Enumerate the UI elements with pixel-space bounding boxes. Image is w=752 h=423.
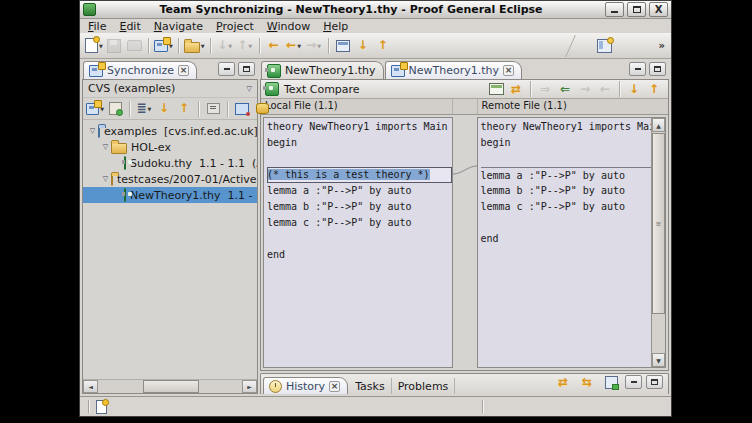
scrollbar-track[interactable] [98,380,242,393]
collapse-all-button[interactable] [203,99,223,119]
close-tab-icon[interactable]: × [503,65,514,76]
editor-area: NewTheory1.thyNewTheory1.thy× Text Compa… [260,61,669,394]
tree-item-newtheory1-thy[interactable]: NewTheory1.thy 1.1 - 1.1 (A [83,187,257,203]
horizontal-scrollbar[interactable]: ◄ ► [83,379,257,393]
code-line[interactable]: end [267,247,452,263]
code-line[interactable]: theory NewTheory1 imports Main [481,119,652,135]
scrollbar-track[interactable]: ≡ [652,132,665,353]
close-button[interactable]: X [649,2,668,17]
code-line[interactable]: begin [481,135,652,151]
next-change-button[interactable]: ↓ [154,99,174,119]
last-edit-location-button[interactable]: ← [264,36,284,56]
minimize-view-button[interactable] [629,62,646,76]
show-ancestor-pane-button[interactable] [486,79,506,99]
code-line[interactable]: theory NewTheory1 imports Main [267,119,452,135]
code-line[interactable]: lemma b :"P-->P" by auto [481,183,652,199]
code-line[interactable]: lemma b :"P-->P" by auto [267,199,452,215]
menu-file[interactable]: File [88,20,106,33]
remote-code-editor[interactable]: theory NewTheory1 imports Mainbegin lemm… [478,118,652,367]
code-line[interactable]: lemma c :"P-->P" by auto [267,215,452,231]
forward-dropdown-icon: ▼ [317,43,321,49]
refresh-button[interactable]: ⇄ [553,372,573,392]
scrollbar-thumb[interactable] [143,380,200,393]
link-with-editor-button[interactable] [601,372,621,392]
editor-tab-newtheory1-thy-1[interactable]: NewTheory1.thy [261,61,384,79]
open-folder-button[interactable]: ▼ [183,36,206,56]
menu-window[interactable]: Window [267,20,310,33]
menu-edit[interactable]: Edit [119,20,140,33]
expander-icon[interactable]: ▽ [87,127,98,135]
tab-synchronize[interactable]: Synchronize × [83,61,197,79]
previous-change-button[interactable]: ↑ [373,36,393,56]
tree-item-sudoku-thy[interactable]: Sudoku.thy 1.1 - 1.1 (ASCII - [83,155,257,171]
close-tab-icon[interactable]: × [329,381,340,392]
previous-difference-button[interactable]: ↑ [644,79,664,99]
pin-synchronization-button[interactable] [105,99,125,119]
menubar: FileEditNavigateProjectWindowHelp [80,19,671,33]
local-code-editor[interactable]: theory NewTheory1 imports Mainbegin (* t… [264,118,452,367]
vertical-scrollbar[interactable]: ▲ ≡ ▼ [651,118,665,367]
tree-item-suffix: [cvs.inf.ed.ac.uk] [157,125,257,138]
maximize-button[interactable] [627,2,646,17]
code-line[interactable] [267,231,452,247]
open-perspective-button[interactable] [595,36,615,56]
code-line[interactable]: begin [267,135,452,151]
scrollbar-thumb[interactable]: ≡ [652,133,665,314]
minimize-view-button[interactable] [218,62,235,76]
expander-icon[interactable]: ▽ [100,143,111,151]
update-all-button[interactable] [232,99,252,119]
code-line[interactable]: lemma a :"P-->P" by auto [481,167,652,183]
sync-scope-row[interactable]: CVS (examples) ▽ [83,80,257,98]
code-line[interactable] [481,215,652,231]
window-button[interactable] [333,36,353,56]
compare-mode-button[interactable]: ⇆ [577,372,597,392]
scroll-up-icon[interactable]: ▲ [652,118,665,132]
code-line[interactable]: lemma a :"P-->P" by auto [267,183,452,199]
previous-change-button[interactable]: ↑ [174,99,194,119]
update-all-icon [235,103,249,115]
copy-current-change-button[interactable]: ⇐ [555,79,575,99]
maximize-view-button[interactable] [646,375,663,389]
editor-tab-newtheory1-thy-2[interactable]: NewTheory1.thy× [385,61,523,79]
editor-view-buttons [629,62,669,79]
tree-item-examples[interactable]: ▽examples [cvs.inf.ed.ac.uk] [83,123,257,139]
next-difference-button[interactable]: ↓ [624,79,644,99]
synchronize-button[interactable]: ▼ [153,36,174,56]
code-line[interactable]: lemma c :"P-->P" by auto [481,199,652,215]
scroll-down-icon[interactable]: ▼ [652,353,665,367]
next-annotation-icon: ↓ [217,39,227,52]
scroll-right-icon[interactable]: ► [242,380,257,393]
tree-item-testcases-2007-01-activeeditorv[interactable]: ▽testcases/2007-01/ActiveEditorV [83,171,257,187]
code-line[interactable] [267,151,452,167]
tree-item-hol-ex[interactable]: ▽HOL-ex [83,139,257,155]
minimize-button[interactable] [605,2,624,17]
back-button[interactable]: ←▼ [284,36,304,56]
maximize-view-button[interactable] [238,62,255,76]
code-line[interactable] [481,151,652,167]
tab-problems[interactable]: Problems [392,378,456,394]
expander-icon[interactable]: ▽ [100,175,111,183]
tab-history[interactable]: History× [263,377,348,394]
scroll-left-icon[interactable]: ◄ [83,380,98,393]
close-view-icon[interactable]: × [178,65,189,76]
synchronize-button[interactable]: ▼ [85,99,105,119]
tab-tasks[interactable]: Tasks [349,378,391,394]
menu-navigate[interactable]: Navigate [154,20,203,33]
main-toolbar: ▼▼▼↓▼↑▼←←▼→▼↓↑» [80,33,671,59]
code-line[interactable]: end [481,231,652,247]
menu-project[interactable]: Project [216,20,254,33]
titlebar[interactable]: Team Synchronizing - NewTheory1.thy - Pr… [80,1,671,19]
maximize-view-button[interactable] [649,62,666,76]
menu-help[interactable]: Help [323,20,348,33]
swap-left-right-button[interactable]: ⇄ [506,79,526,99]
chevron-down-icon[interactable]: ▽ [247,85,252,93]
last-edit-location-icon: ← [269,39,279,52]
code-line[interactable]: (* this is a test theory *) [267,167,452,183]
presentation-mode-button[interactable]: ≣▼ [134,99,154,119]
copy-current-change-icon: ⇐ [560,83,570,96]
new-wizard-button[interactable]: ▼ [84,36,104,56]
progress-indicator-icon[interactable] [96,400,107,414]
toolbar-overflow-chevron[interactable]: » [659,40,665,51]
minimize-view-button[interactable] [625,375,642,389]
next-change-button[interactable]: ↓ [353,36,373,56]
